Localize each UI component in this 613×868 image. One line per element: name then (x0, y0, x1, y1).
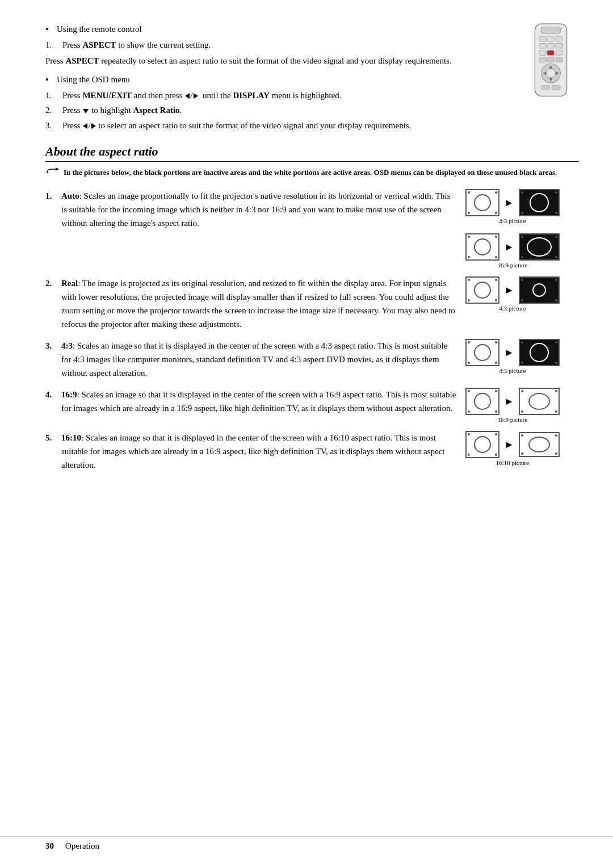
diagrams-43: ► 4:3 picture (465, 339, 579, 374)
svg-rect-7 (555, 44, 562, 48)
osd-text-2: Press to highlight Aspect Ratio. (62, 104, 182, 117)
diag-arrow-169: ► (504, 241, 514, 253)
item-text-real: 2. Real: The image is projected as its o… (45, 276, 465, 331)
bullet-osd-menu: • Using the OSD menu (45, 73, 522, 87)
note-box: In the pictures below, the black portion… (45, 167, 579, 181)
svg-rect-12 (547, 57, 553, 62)
numbered-item-1: 1. Press ASPECT to show the current sett… (45, 39, 522, 52)
svg-rect-6 (547, 44, 553, 48)
osd-text-3: Press / to select an aspect ratio to sui… (62, 119, 411, 132)
remote-svg (530, 23, 572, 97)
diagrams-1610: ► 16:10 picture (465, 431, 579, 466)
bullet-remote-control: • Using the remote control (45, 23, 522, 36)
item-text-auto: 1. Auto: Scales an image proportionally … (45, 189, 465, 230)
diag-row-1610: ► (465, 431, 560, 458)
aspect-item-auto: 1. Auto: Scales an image proportionally … (45, 189, 579, 269)
item-text-43: 3. 4:3: Scales an image so that it is di… (45, 339, 465, 380)
diag-169-block: ► 16:9 picture (465, 388, 560, 423)
diag-label-169: 16:9 picture (497, 262, 527, 269)
aspect-item-1610: 5. 16:10: Scales an image so that it is … (45, 431, 579, 472)
item-desc-1610: 16:10: Scales an image so that it is dis… (61, 431, 456, 472)
svg-rect-3 (547, 36, 553, 41)
diag-arrow-1610: ► (504, 439, 514, 451)
diag-screen-output-43b (519, 339, 560, 366)
item-desc-169: 16:9: Scales an image so that it is disp… (61, 388, 456, 415)
top-section: • Using the remote control 1. Press ASPE… (45, 23, 579, 134)
diag-screen-output-43 (519, 189, 560, 216)
note-text: In the pictures below, the black portion… (64, 167, 557, 178)
diag-auto-169: ► 16:9 picture (465, 233, 560, 269)
diag-screen-input-1610 (465, 431, 499, 458)
diag-screen-input-real (465, 276, 499, 304)
top-text-block: • Using the remote control 1. Press ASPE… (45, 23, 522, 134)
svg-rect-13 (555, 57, 562, 62)
aspect-item-43: 3. 4:3: Scales an image so that it is di… (45, 339, 579, 380)
osd-num-1: 1. (45, 89, 62, 102)
diag-row-169b: ► (465, 388, 560, 415)
diag-row-43: ► (465, 339, 560, 366)
item-text-169: 4. 16:9: Scales an image so that it is d… (45, 388, 465, 415)
svg-rect-21 (552, 86, 560, 90)
osd-num-3: 3. (45, 119, 62, 132)
footer-label: Operation (65, 841, 99, 851)
item-num-3: 3. (45, 339, 61, 353)
svg-rect-2 (539, 36, 545, 41)
diag-arrow-real: ► (504, 284, 514, 296)
diag-screen-output-169b (519, 388, 560, 415)
diag-label-43: 4:3 picture (499, 217, 526, 224)
diag-row-real: ► (465, 276, 560, 304)
diag-screen-output-169 (519, 233, 560, 261)
bullet-dot-2: • (45, 73, 57, 87)
diag-1610-block: ► 16:10 picture (465, 431, 560, 466)
item-desc-real: Real: The image is projected as its orig… (61, 276, 456, 331)
diag-auto-43: ► 4:3 picture (465, 189, 560, 224)
aspect-para: Press ASPECT repeatedly to select an asp… (45, 54, 522, 68)
diag-arrow-43b: ► (504, 347, 514, 359)
diag-screen-output-real (519, 276, 560, 304)
diagrams-169: ► 16:9 picture (465, 388, 579, 423)
diag-label-real: 4:3 picture (499, 305, 526, 312)
item-desc-43: 4:3: Scales an image so that it is displ… (61, 339, 456, 380)
item-num-5: 5. (45, 431, 61, 445)
num-text-1: Press ASPECT to show the current setting… (62, 39, 211, 52)
item-num-2: 2. (45, 276, 61, 290)
svg-rect-5 (539, 44, 545, 48)
diag-label-43b: 4:3 picture (499, 367, 526, 374)
item-num-1: 1. (45, 189, 61, 203)
osd-num-2: 2. (45, 104, 62, 117)
diag-label-169b: 16:9 picture (497, 416, 527, 423)
aspect-item-real: 2. Real: The image is projected as its o… (45, 276, 579, 331)
diag-row-auto-43: ► (465, 189, 560, 216)
remote-control-image (522, 23, 579, 97)
aspect-item-169: 4. 16:9: Scales an image so that it is d… (45, 388, 579, 423)
diag-arrow-43: ► (504, 197, 514, 209)
bullet-text-remote: Using the remote control (57, 23, 142, 36)
svg-rect-4 (555, 36, 562, 41)
svg-rect-8 (539, 51, 545, 55)
note-icon (45, 167, 61, 181)
svg-rect-9 (547, 51, 553, 55)
svg-rect-1 (541, 27, 560, 33)
section-title: About the aspect ratio (45, 144, 579, 162)
num-label-1: 1. (45, 39, 62, 52)
diag-real-43: ► 4:3 picture (465, 276, 560, 312)
footer-bar: 30 Operation (0, 836, 613, 851)
osd-step-2: 2. Press to highlight Aspect Ratio. (45, 104, 522, 117)
footer-page-number: 30 (45, 841, 54, 851)
svg-rect-20 (541, 86, 549, 90)
svg-marker-22 (56, 167, 59, 171)
diag-screen-input-169b (465, 388, 499, 415)
osd-text-1: Press MENU/EXIT and then press / until t… (62, 89, 342, 102)
diag-screen-input-169 (465, 233, 499, 261)
diag-screen-input-43b (465, 339, 499, 366)
item-num-4: 4. (45, 388, 61, 401)
svg-rect-11 (539, 57, 545, 62)
diag-43-block: ► 4:3 picture (465, 339, 560, 374)
svg-point-15 (547, 69, 555, 78)
diag-row-auto-169: ► (465, 233, 560, 261)
diagrams-auto: ► 4:3 picture ► (465, 189, 579, 269)
osd-step-3: 3. Press / to select an aspect ratio to … (45, 119, 522, 132)
diag-label-1610: 16:10 picture (496, 459, 529, 466)
bullet-dot: • (45, 23, 57, 36)
svg-rect-10 (555, 51, 562, 55)
